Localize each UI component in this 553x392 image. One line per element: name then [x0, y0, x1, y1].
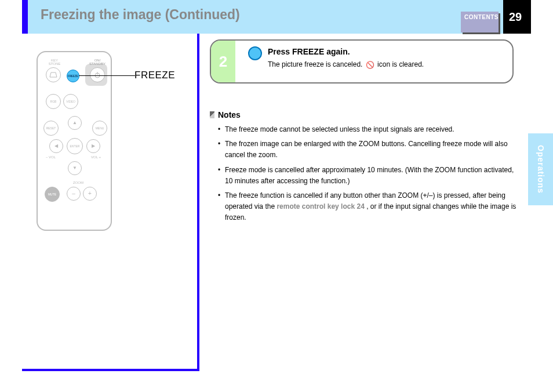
callout-line: [79, 75, 107, 76]
vertical-divider: [197, 34, 199, 369]
freeze-callout-label: FREEZE: [134, 70, 175, 81]
power-button: [90, 67, 105, 82]
reset-button: RESET: [43, 121, 59, 136]
side-tab-label: Operations: [536, 145, 545, 194]
note-item: The freeze function is cancelled if any …: [218, 190, 517, 224]
note-item: Freeze mode is cancelled after approxima…: [218, 165, 517, 187]
header-stripe: [22, 0, 28, 34]
right-arrow-button: ▶: [86, 139, 100, 153]
freeze-button: FREEZE: [67, 70, 79, 82]
remote-control-diagram: KEYSTONE ON/STANDBY FREEZE RGB VIDEO RES…: [37, 51, 112, 231]
notes-list: The freeze mode cannot be selected unles…: [210, 124, 517, 224]
step-text-prefix: The picture freeze is canceled.: [268, 60, 362, 68]
video-button: VIDEO: [63, 94, 78, 109]
vol-plus-label: VOL +: [91, 155, 101, 159]
side-tab-operations[interactable]: Operations: [528, 133, 553, 205]
callout-line-2: [107, 75, 135, 76]
keystone-button: [46, 67, 61, 82]
step-text: The picture freeze is canceled. 🚫 icon i…: [268, 60, 424, 69]
page-title: Freezing the image (Continued): [41, 7, 240, 23]
on-standby-label: ON/STANDBY: [89, 59, 106, 66]
freeze-icon: [248, 46, 262, 60]
mute-button: MUTE: [45, 187, 60, 202]
vol-minus-label: – VOL: [46, 155, 56, 159]
left-arrow-button: ◀: [49, 139, 63, 153]
step-title: Press FREEZE again.: [268, 47, 350, 56]
zoom-label: ZOOM: [70, 181, 86, 184]
step-number: 2: [211, 41, 235, 82]
notes-section: Notes The freeze mode cannot be selected…: [210, 110, 517, 227]
up-arrow-button: ▲: [68, 116, 82, 130]
notes-heading: Notes: [210, 110, 517, 119]
menu-button: MENU: [92, 121, 107, 136]
bottom-divider: [22, 369, 199, 371]
step-text-suffix: icon is cleared.: [377, 60, 424, 68]
contents-button-label: CONTENTS: [464, 14, 499, 20]
page-ref[interactable]: 24: [356, 202, 366, 210]
note-item: The freeze mode cannot be selected unles…: [218, 124, 517, 135]
zoom-minus-button: –: [67, 187, 81, 201]
note-item: The frozen image can be enlarged with th…: [218, 139, 517, 161]
enter-button: ENTER: [67, 138, 83, 154]
remote-key-lock-link[interactable]: remote control key lock: [276, 202, 355, 210]
prohibited-icon: 🚫: [366, 61, 374, 69]
down-arrow-button: ▼: [68, 161, 82, 175]
step-body: Press FREEZE again. The picture freeze i…: [235, 41, 512, 82]
step-box: 2 Press FREEZE again. The picture freeze…: [210, 39, 514, 84]
page-number: 29: [509, 10, 522, 24]
rgb-button: RGB: [46, 94, 61, 109]
zoom-plus-button: +: [83, 187, 97, 201]
freeze-button-text: FREEZE: [68, 75, 78, 78]
keystone-label: KEYSTONE: [46, 59, 63, 66]
